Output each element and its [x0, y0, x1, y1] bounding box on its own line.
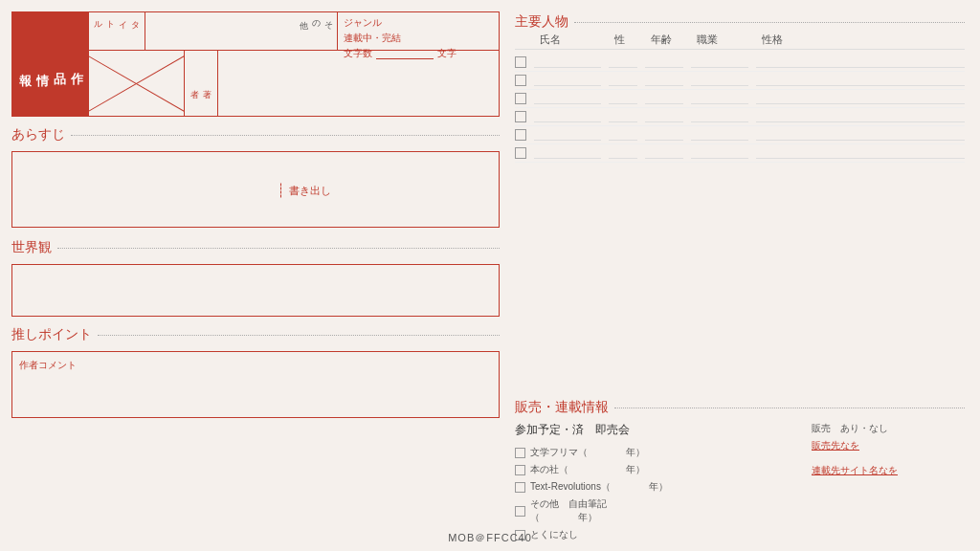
recommend-container: 作者コメント	[11, 351, 500, 420]
sales-right-label2: 連載先サイト名なを	[812, 464, 965, 477]
sales-item-4: その他 自由筆記（ 年）	[515, 496, 796, 526]
sales-left: 参加予定・済 即売会 文学フリマ（ 年） 本の社（ 年） Text-Revolu…	[515, 422, 796, 543]
sales-item-5: とくになし	[515, 526, 796, 543]
sales-checkbox-1[interactable]	[515, 448, 525, 458]
char-checkbox-4[interactable]	[515, 111, 526, 122]
author-input-area[interactable]	[218, 51, 499, 116]
char-checkbox-2[interactable]	[515, 75, 526, 86]
left-column: 作品情報 タイトル その他 ジャンル 連載中・完結 文字数 文字	[11, 11, 500, 543]
sales-checkbox-2[interactable]	[515, 465, 525, 475]
char-age-2[interactable]	[645, 75, 683, 86]
char-sex-1[interactable]	[609, 56, 637, 68]
sales-label-1: 文学フリマ（ 年）	[530, 446, 645, 459]
char-checkbox-3[interactable]	[515, 93, 526, 104]
author-label-section: 著者	[185, 51, 218, 116]
char-checkbox-1[interactable]	[515, 56, 526, 68]
header-name: 氏名	[540, 33, 607, 47]
world-title: 世界観	[11, 239, 52, 256]
sales-label-4: その他 自由筆記（ 年）	[530, 497, 607, 524]
char-personality-6[interactable]	[756, 147, 965, 159]
char-checkbox-5[interactable]	[515, 129, 526, 141]
genre-label: ジャンル	[344, 16, 494, 30]
char-sex-6[interactable]	[609, 147, 637, 159]
serialization-label: 連載中・完結	[344, 32, 494, 45]
sales-label-3: Text-Revolutions（ 年）	[530, 480, 668, 494]
char-name-1[interactable]	[534, 56, 601, 68]
sales-right-label1: 販売 あり・なし	[812, 422, 965, 435]
cover-image-area	[89, 51, 185, 116]
char-age-4[interactable]	[645, 111, 683, 122]
char-personality-1[interactable]	[756, 56, 965, 68]
sales-checkbox-3[interactable]	[515, 482, 525, 493]
header-age: 年齢	[651, 33, 689, 47]
chars-title: 主要人物	[515, 13, 568, 31]
sales-item-3: Text-Revolutions（ 年）	[515, 478, 796, 496]
sales-label-5: とくになし	[530, 528, 578, 541]
sales-label-2: 本の社（ 年）	[530, 463, 645, 476]
sales-checkbox-4[interactable]	[515, 506, 525, 517]
char-job-1[interactable]	[691, 56, 748, 68]
sales-item-2: 本の社（ 年）	[515, 461, 796, 478]
char-sex-4[interactable]	[609, 111, 637, 122]
char-row-3	[515, 90, 965, 108]
header-personality: 性格	[762, 33, 965, 47]
char-personality-2[interactable]	[756, 75, 965, 86]
title-input-area[interactable]	[145, 12, 296, 50]
recommend-textarea[interactable]	[11, 351, 500, 418]
chars-header: 主要人物	[515, 13, 965, 31]
world-header: 世界観	[11, 239, 500, 256]
title-row: タイトル その他 ジャンル 連載中・完結 文字数 文字	[89, 12, 499, 51]
char-job-5[interactable]	[691, 129, 748, 141]
author-label: 著者	[189, 83, 213, 84]
sales-right: 販売 あり・なし 販売先なを 連載先サイト名なを	[812, 422, 965, 543]
genre-section: ジャンル 連載中・完結 文字数 文字	[338, 12, 500, 50]
char-name-2[interactable]	[534, 75, 601, 86]
chars-table-header: 氏名 性 年齢 職業 性格	[515, 31, 965, 50]
char-age-3[interactable]	[645, 93, 683, 104]
chars-dots	[574, 22, 965, 23]
header-job: 職業	[697, 33, 754, 47]
char-row-2	[515, 72, 965, 90]
char-job-3[interactable]	[691, 93, 748, 104]
header-sex: 性	[614, 33, 643, 47]
char-sex-3[interactable]	[609, 93, 637, 104]
world-textarea[interactable]	[11, 264, 500, 317]
sales-item-1: 文学フリマ（ 年）	[515, 444, 796, 461]
char-name-6[interactable]	[534, 147, 601, 159]
char-sex-2[interactable]	[609, 75, 637, 86]
work-info-content: タイトル その他 ジャンル 連載中・完結 文字数 文字	[89, 12, 499, 116]
char-age-6[interactable]	[645, 147, 683, 159]
char-personality-3[interactable]	[756, 93, 965, 104]
char-sex-5[interactable]	[609, 129, 637, 141]
sales-subtitle: 参加予定・済 即売会	[515, 422, 796, 438]
char-name-5[interactable]	[534, 129, 601, 141]
work-info-label: 作品情報	[12, 12, 89, 116]
char-personality-5[interactable]	[756, 129, 965, 141]
characters-section: 主要人物 氏名 性 年齢 職業 性格	[515, 11, 965, 389]
footer-text: MOB＠FFCC40	[448, 532, 532, 543]
char-row-5	[515, 126, 965, 144]
work-info-block: 作品情報 タイトル その他 ジャンル 連載中・完結 文字数 文字	[11, 11, 500, 117]
char-age-1[interactable]	[645, 56, 683, 68]
char-row-6	[515, 144, 965, 163]
char-checkbox-6[interactable]	[515, 147, 526, 159]
char-personality-4[interactable]	[756, 111, 965, 122]
char-job-4[interactable]	[691, 111, 748, 122]
char-age-5[interactable]	[645, 129, 683, 141]
world-dots	[57, 248, 500, 249]
synopsis-textarea[interactable]	[11, 151, 500, 228]
sales-dots	[614, 408, 965, 408]
char-job-6[interactable]	[691, 147, 748, 159]
char-job-2[interactable]	[691, 75, 748, 86]
char-row-1	[515, 54, 965, 72]
char-name-3[interactable]	[534, 93, 601, 104]
sales-right-group2: 連載先サイト名なを	[812, 464, 965, 477]
sales-title: 販売・連載情報	[515, 399, 609, 416]
title-label: タイトル	[89, 12, 145, 50]
right-column: 主要人物 氏名 性 年齢 職業 性格	[515, 11, 965, 543]
recommend-dots	[98, 335, 500, 336]
char-name-4[interactable]	[534, 111, 601, 122]
recommend-header: 推しポイント	[11, 326, 500, 343]
synopsis-dots	[71, 135, 500, 136]
sales-section: 販売・連載情報 参加予定・済 即売会 文学フリマ（ 年） 本の社（ 年）	[515, 397, 965, 543]
